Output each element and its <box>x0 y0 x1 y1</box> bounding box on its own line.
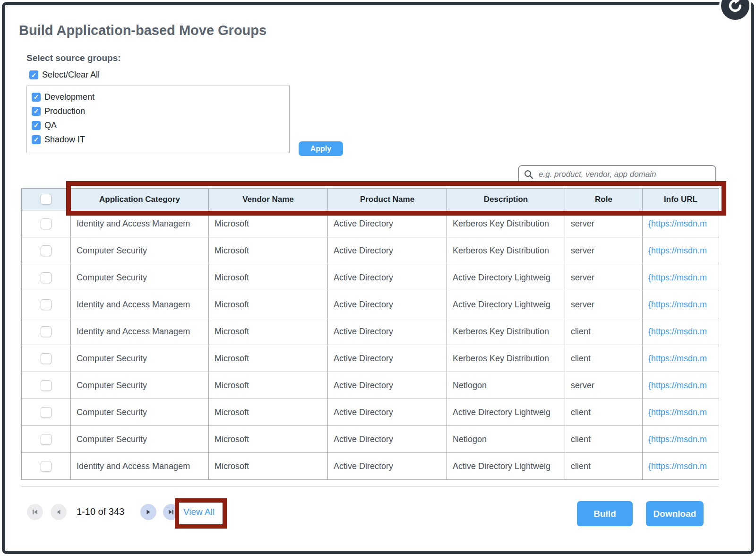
cell-application-category: Computer Security <box>71 345 209 372</box>
cell-info-url-link[interactable]: {https://msdn.m <box>648 246 707 255</box>
source-group-item[interactable]: Production <box>32 104 284 118</box>
cell-info-url-container: {https://msdn.m <box>643 264 719 291</box>
row-checkbox[interactable] <box>41 272 52 283</box>
cell-info-url-container: {https://msdn.m <box>643 318 719 345</box>
cell-info-url-container: {https://msdn.m <box>643 345 719 372</box>
build-button[interactable]: Build <box>577 501 633 526</box>
apply-button[interactable]: Apply <box>299 141 343 156</box>
cell-role: client <box>565 399 643 426</box>
cell-info-url-container: {https://msdn.m <box>643 399 719 426</box>
cell-info-url-link[interactable]: {https://msdn.m <box>648 219 707 228</box>
column-application-category[interactable]: Application Category <box>71 189 209 210</box>
search-box[interactable] <box>518 165 716 183</box>
table-row: Computer SecurityMicrosoftActive Directo… <box>22 372 719 399</box>
cell-application-category: Identity and Access Managem <box>71 453 209 480</box>
cell-info-url-link[interactable]: {https://msdn.m <box>648 327 707 336</box>
row-checkbox-cell <box>22 291 71 318</box>
cell-product-name: Active Directory <box>328 264 447 291</box>
row-checkbox[interactable] <box>41 434 52 445</box>
source-group-item[interactable]: QA <box>32 118 284 132</box>
last-page-icon <box>167 508 175 516</box>
select-clear-all-checkbox[interactable] <box>29 70 38 79</box>
row-checkbox-cell <box>22 453 71 480</box>
cell-description: Active Directory Lightweig <box>447 453 565 480</box>
table-row: Computer SecurityMicrosoftActive Directo… <box>22 399 719 426</box>
cell-product-name: Active Directory <box>328 345 447 372</box>
first-page-button[interactable] <box>27 504 43 520</box>
row-checkbox-cell <box>22 264 71 291</box>
cell-product-name: Active Directory <box>328 237 447 264</box>
screenshot-canvas: Build Application-based Move Groups Sele… <box>0 0 756 556</box>
view-all-link[interactable]: View All <box>183 507 215 517</box>
table-header-row: Application Category Vendor Name Product… <box>22 189 719 210</box>
row-checkbox[interactable] <box>41 353 52 364</box>
column-product-name[interactable]: Product Name <box>328 189 447 210</box>
cell-description: Active Directory Lightweig <box>447 264 565 291</box>
source-group-checkbox[interactable] <box>32 121 41 130</box>
source-group-checkbox[interactable] <box>32 135 41 144</box>
cell-info-url-link[interactable]: {https://msdn.m <box>648 300 707 309</box>
column-info-url[interactable]: Info URL <box>643 189 719 210</box>
cell-info-url-link[interactable]: {https://msdn.m <box>648 461 707 471</box>
row-checkbox-cell <box>22 318 71 345</box>
download-button[interactable]: Download <box>646 501 704 526</box>
next-page-icon <box>145 508 152 516</box>
select-clear-all[interactable]: Select/Clear All <box>29 70 100 80</box>
row-checkbox-cell <box>22 399 71 426</box>
select-clear-all-label: Select/Clear All <box>42 70 100 80</box>
source-group-checkbox[interactable] <box>32 107 41 116</box>
source-group-label: Production <box>44 106 85 116</box>
column-vendor-name[interactable]: Vendor Name <box>209 189 328 210</box>
table-row: Computer SecurityMicrosoftActive Directo… <box>22 345 719 372</box>
cell-description: Netlogon <box>447 372 565 399</box>
cell-description: Active Directory Lightweig <box>447 291 565 318</box>
column-description[interactable]: Description <box>447 189 565 210</box>
search-input[interactable] <box>538 169 711 180</box>
table-row: Computer SecurityMicrosoftActive Directo… <box>22 426 719 453</box>
refresh-icon-glyph <box>727 0 743 14</box>
cell-info-url-link[interactable]: {https://msdn.m <box>648 408 707 417</box>
next-page-button[interactable] <box>140 504 156 520</box>
cell-application-category: Computer Security <box>71 237 209 264</box>
table-row: Computer SecurityMicrosoftActive Directo… <box>22 237 719 264</box>
cell-info-url-link[interactable]: {https://msdn.m <box>648 354 707 363</box>
row-checkbox-cell <box>22 210 71 237</box>
cell-description: Active Directory Lightweig <box>447 399 565 426</box>
source-group-checkbox[interactable] <box>32 93 41 102</box>
column-role[interactable]: Role <box>565 189 643 210</box>
cell-product-name: Active Directory <box>328 291 447 318</box>
row-checkbox[interactable] <box>41 326 52 337</box>
cell-info-url-link[interactable]: {https://msdn.m <box>648 381 707 390</box>
cell-info-url-container: {https://msdn.m <box>643 291 719 318</box>
row-checkbox[interactable] <box>41 407 52 418</box>
cell-vendor-name: Microsoft <box>209 318 328 345</box>
cell-application-category: Computer Security <box>71 264 209 291</box>
row-checkbox[interactable] <box>41 218 52 229</box>
cell-product-name: Active Directory <box>328 426 447 453</box>
cell-info-url-link[interactable]: {https://msdn.m <box>648 434 707 444</box>
row-checkbox[interactable] <box>41 245 52 256</box>
source-group-item[interactable]: Development <box>32 90 284 104</box>
cell-role: server <box>565 237 643 264</box>
cell-info-url-link[interactable]: {https://msdn.m <box>648 273 707 282</box>
cell-vendor-name: Microsoft <box>209 399 328 426</box>
row-checkbox[interactable] <box>41 299 52 310</box>
row-checkbox[interactable] <box>41 461 52 472</box>
row-checkbox[interactable] <box>41 380 52 391</box>
cell-role: client <box>565 426 643 453</box>
cell-vendor-name: Microsoft <box>209 426 328 453</box>
previous-page-button[interactable] <box>51 504 67 520</box>
source-group-label: Development <box>44 92 94 102</box>
pagination-range-label: 1-10 of 343 <box>77 506 124 517</box>
cell-info-url-container: {https://msdn.m <box>643 372 719 399</box>
source-groups-list: DevelopmentProductionQAShadow IT <box>26 86 290 153</box>
table-row: Identity and Access ManagemMicrosoftActi… <box>22 318 719 345</box>
table-row: Computer SecurityMicrosoftActive Directo… <box>22 264 719 291</box>
header-select-all-checkbox[interactable] <box>41 194 52 205</box>
last-page-button[interactable] <box>163 504 179 520</box>
cell-vendor-name: Microsoft <box>209 453 328 480</box>
cell-description: Kerberos Key Distribution <box>447 237 565 264</box>
source-group-item[interactable]: Shadow IT <box>32 132 284 147</box>
cell-product-name: Active Directory <box>328 372 447 399</box>
page-title: Build Application-based Move Groups <box>19 23 266 38</box>
